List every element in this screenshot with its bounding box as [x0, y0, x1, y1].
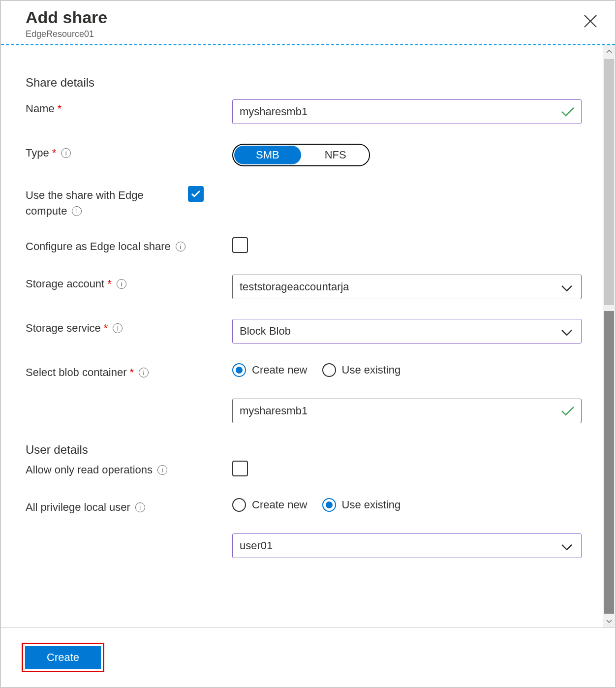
required-asterisk: *: [129, 366, 134, 379]
type-option-smb[interactable]: SMB: [234, 146, 301, 164]
blob-container-label: Select blob container * i: [26, 363, 232, 379]
type-label: Type * i: [26, 144, 232, 159]
create-button-highlight: Create: [22, 643, 104, 672]
local-user-radio-existing[interactable]: Use existing: [322, 498, 401, 512]
share-details-heading: Share details: [26, 76, 590, 90]
info-icon[interactable]: i: [113, 323, 123, 333]
local-user-select[interactable]: user01: [232, 533, 582, 558]
info-icon[interactable]: i: [139, 368, 149, 377]
info-icon[interactable]: i: [135, 502, 145, 512]
blob-container-name-input[interactable]: [232, 399, 582, 423]
info-icon[interactable]: i: [117, 279, 126, 289]
panel-header: Add share EdgeResource01: [1, 1, 615, 45]
read-only-label: Allow only read operations i: [26, 461, 232, 476]
scrollbar-thumb[interactable]: [604, 59, 614, 305]
edge-compute-checkbox[interactable]: [188, 186, 204, 202]
required-asterisk: *: [52, 147, 57, 159]
edge-local-label: Configure as Edge local share i: [26, 237, 232, 253]
required-asterisk: *: [104, 322, 108, 335]
panel-subtitle: EdgeResource01: [26, 29, 590, 39]
storage-service-label: Storage service * i: [26, 319, 232, 335]
storage-account-label: Storage account * i: [26, 275, 232, 290]
create-button[interactable]: Create: [25, 646, 101, 669]
edge-local-checkbox[interactable]: [232, 237, 248, 253]
name-label: Name *: [26, 99, 232, 115]
required-asterisk: *: [58, 102, 62, 115]
type-option-nfs[interactable]: NFS: [302, 145, 369, 165]
panel-title: Add share: [26, 8, 590, 27]
checkmark-icon: [561, 106, 575, 117]
scrollbar-thumb[interactable]: [604, 311, 614, 614]
edge-compute-label: Use the share with Edge compute i: [26, 186, 188, 218]
info-icon[interactable]: i: [72, 206, 82, 216]
scrollbar[interactable]: [603, 45, 615, 627]
radio-icon: [232, 363, 246, 377]
radio-icon: [232, 498, 246, 512]
radio-icon: [322, 498, 336, 512]
blob-container-radio-create[interactable]: Create new: [232, 363, 308, 377]
scroll-up-icon[interactable]: [603, 45, 615, 57]
close-icon[interactable]: [583, 13, 598, 29]
type-toggle: SMB NFS: [232, 144, 370, 166]
user-details-heading: User details: [26, 443, 590, 457]
info-icon[interactable]: i: [157, 465, 167, 475]
info-icon[interactable]: i: [61, 148, 71, 158]
required-asterisk: *: [107, 278, 112, 290]
blob-container-radio-existing[interactable]: Use existing: [322, 363, 401, 377]
info-icon[interactable]: i: [176, 242, 185, 251]
checkmark-icon: [561, 406, 575, 416]
radio-icon: [322, 363, 336, 377]
storage-service-select[interactable]: Block Blob: [232, 319, 582, 344]
local-user-radio-create[interactable]: Create new: [232, 498, 308, 512]
local-user-label: All privilege local user i: [26, 498, 232, 514]
scroll-down-icon[interactable]: [603, 616, 615, 627]
read-only-checkbox[interactable]: [232, 461, 248, 476]
form-body: Share details Name * Type * i: [1, 45, 615, 627]
storage-account-select[interactable]: teststorageaccountarja: [232, 275, 582, 299]
panel-footer: Create: [1, 627, 615, 687]
name-input[interactable]: [232, 99, 582, 124]
